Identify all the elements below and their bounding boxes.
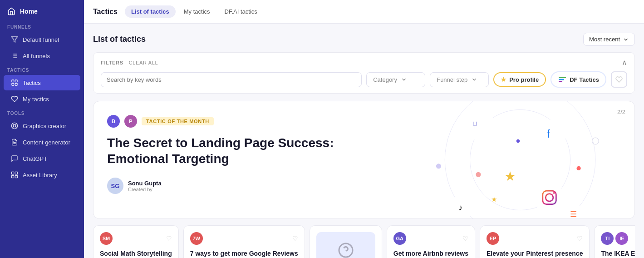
filter-inputs-row: Category Funnel step ★ Pro profile [101,71,627,88]
hero-card[interactable]: B P TACTIC OF THE MONTH The Secret to La… [93,101,635,219]
content-area: List of tactics Most recent FILTERS CLEA… [84,24,644,258]
card-title-2: 7 ways to get more Google Reviews [190,249,298,258]
filter-bar: FILTERS CLEAR ALL ∧ Category Funnel step… [93,52,635,94]
tactic-card-social-math[interactable]: SM ♡ Social Math Storytelling [93,225,179,258]
nav-brand: Tactics [93,8,118,16]
svg-rect-23 [559,77,566,78]
tab-df-ai-tactics[interactable]: DF.AI tactics [218,5,264,18]
home-label: Home [20,8,38,15]
hero-title: The Secret to Landing Page Success: Emot… [107,135,378,167]
svg-rect-19 [11,172,14,174]
search-input[interactable] [101,72,362,87]
hero-author: SG Sonu Gupta Created by [107,178,378,194]
card-avatar-2: 7W [190,232,203,245]
card-thumbnail-3 [316,232,375,258]
author-sub: Created by [128,187,162,192]
tactic-card-pinterest[interactable]: EP ♡ Elevate your Pinterest presence [480,225,590,258]
chevron-down-icon [471,76,477,83]
tactic-card-ikea[interactable]: TI IE ♡ The IKEA Effect [594,225,635,258]
filter-labels: FILTERS CLEAR ALL [101,60,158,65]
chat-icon [11,155,18,162]
svg-point-30 [540,119,567,146]
main-content: Tactics List of tactics My tactics DF.AI… [84,0,644,258]
home-icon [7,7,15,15]
filters-label: FILTERS [101,60,123,65]
svg-text:♪: ♪ [459,203,463,212]
sidebar-item-graphics-creator[interactable]: Graphics creator [4,118,80,134]
chevron-down-icon [401,76,407,83]
top-navigation: Tactics List of tactics My tactics DF.AI… [84,0,644,24]
svg-point-46 [436,164,441,169]
sidebar-item-content-generator[interactable]: Content generator [4,134,80,150]
sidebar: Home FUNNELS Default funnel All funnels … [0,0,84,258]
card-top-1: SM ♡ [100,232,172,245]
svg-point-12 [13,124,15,127]
card-heart-4[interactable]: ♡ [462,235,468,242]
favorites-button[interactable] [611,71,627,88]
asset-icon [11,171,18,179]
svg-line-15 [15,124,17,125]
svg-point-34 [452,194,476,218]
home-nav-item[interactable]: Home [0,0,84,21]
tactic-card-thumb[interactable] [310,225,382,258]
sidebar-item-chatgpt[interactable]: ChatGPT [4,151,80,166]
default-funnel-label: Default funnel [23,36,59,43]
my-tactics-label: My tactics [23,96,49,103]
sidebar-item-tactics[interactable]: Tactics [4,75,80,90]
chatgpt-label: ChatGPT [23,155,47,162]
category-dropdown[interactable]: Category [366,72,425,87]
svg-rect-20 [15,172,17,174]
card-title-4: Get more Airbnb reviews [393,249,468,258]
tactic-cards-row: SM ♡ Social Math Storytelling 7W ♡ 7 way… [93,225,635,258]
author-name: Sonu Gupta [128,180,162,187]
card-heart-1[interactable]: ♡ [166,235,172,242]
svg-rect-9 [12,83,14,85]
tab-my-tactics[interactable]: My tactics [177,5,216,18]
filter-collapse-button[interactable]: ∧ [622,58,627,67]
graphics-icon [11,122,18,129]
hero-illustration: ⑂ f ★ ★ ♪ ☰ [364,101,634,218]
card-title-5: Elevate your Pinterest presence [487,249,583,258]
card-heart-5[interactable]: ♡ [577,235,583,242]
svg-rect-21 [11,175,14,178]
svg-line-13 [12,124,14,125]
graphics-creator-label: Graphics creator [23,123,66,129]
tactic-card-airbnb[interactable]: GA ♡ Get more Airbnb reviews [387,225,475,258]
card-avatars-6: TI IE [601,232,628,245]
tactic-card-google-reviews[interactable]: 7W ♡ 7 ways to get more Google Reviews [183,225,305,258]
tab-list-of-tactics[interactable]: List of tactics [125,5,176,18]
pro-profile-button[interactable]: ★ Pro profile [493,72,546,87]
card-avatar-5: EP [487,232,499,245]
hero-counter: 2/2 [617,109,625,115]
svg-rect-22 [15,175,17,178]
hero-illustration-svg: ⑂ f ★ ★ ♪ ☰ [364,101,634,218]
svg-point-36 [534,183,564,213]
funnel-icon [11,36,18,43]
hero-card-content: B P TACTIC OF THE MONTH The Secret to La… [93,101,391,208]
tactics-label: Tactics [23,79,41,86]
sidebar-item-my-tactics[interactable]: My tactics [4,91,80,107]
card-avatar-1: SM [100,232,113,245]
clear-all-button[interactable]: CLEAR ALL [129,60,158,65]
card-heart-2[interactable]: ♡ [292,235,298,242]
sort-dropdown[interactable]: Most recent [583,33,635,46]
svg-text:⑂: ⑂ [472,119,478,131]
all-funnels-icon [11,52,18,60]
sidebar-item-all-funnels[interactable]: All funnels [4,48,80,64]
card-top-4: GA ♡ [393,232,468,245]
card-avatar-6a: TI [601,232,614,245]
df-tactics-label: DF Tactics [570,76,599,83]
card-avatar-6b: IE [615,232,628,245]
tactics-icon [11,79,18,86]
df-tactics-button[interactable]: DF Tactics [551,71,606,88]
card-avatar-4: GA [393,232,406,245]
hero-avatar-2: P [124,115,137,128]
sidebar-item-default-funnel[interactable]: Default funnel [4,32,80,47]
funnel-step-dropdown[interactable]: Funnel step [430,72,489,87]
svg-line-14 [15,127,17,128]
my-tactics-icon [11,95,18,103]
sidebar-item-asset-library[interactable]: Asset Library [4,167,80,183]
pro-profile-label: Pro profile [509,76,539,83]
star-icon: ★ [501,76,506,83]
svg-text:☰: ☰ [570,210,577,218]
